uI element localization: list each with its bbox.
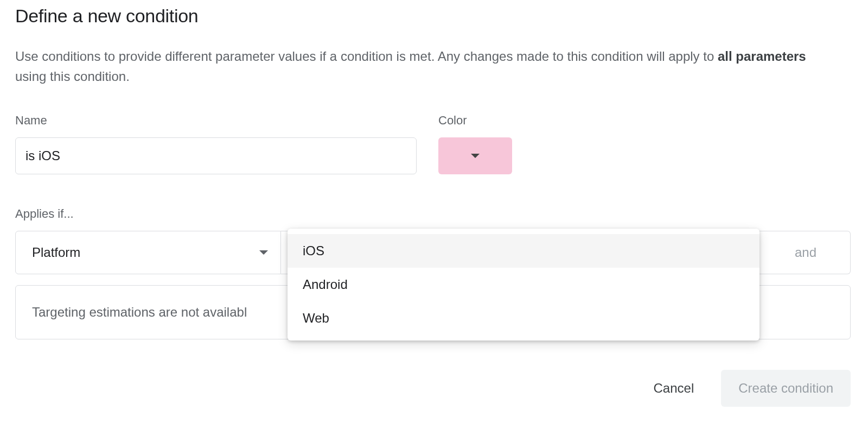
page-title: Define a new condition: [15, 5, 851, 27]
name-label: Name: [15, 114, 417, 128]
description-prefix: Use conditions to provide different para…: [15, 49, 718, 64]
targeting-message: Targeting estimations are not availabl: [32, 305, 247, 320]
description-suffix: using this condition.: [15, 69, 130, 84]
color-label: Color: [438, 114, 512, 128]
cancel-button[interactable]: Cancel: [648, 372, 700, 405]
dropdown-item-ios[interactable]: iOS: [288, 234, 760, 268]
color-picker[interactable]: [438, 137, 512, 174]
condition-type-select[interactable]: Platform: [15, 231, 281, 274]
and-chip[interactable]: and: [761, 231, 851, 274]
dropdown-item-web[interactable]: Web: [288, 301, 760, 335]
condition-description: Use conditions to provide different para…: [15, 46, 813, 86]
description-bold: all parameters: [718, 49, 806, 64]
dropdown-item-android[interactable]: Android: [288, 268, 760, 301]
chevron-down-icon: [470, 153, 480, 159]
applies-if-label: Applies if...: [15, 207, 851, 221]
create-condition-button[interactable]: Create condition: [721, 370, 851, 407]
chevron-down-icon: [259, 250, 269, 255]
platform-dropdown-menu: iOS Android Web: [288, 229, 760, 341]
condition-type-value: Platform: [32, 245, 80, 260]
name-input[interactable]: [15, 137, 417, 174]
